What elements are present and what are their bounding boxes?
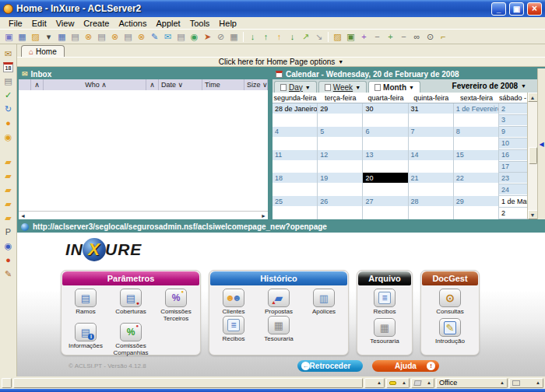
calendar-day-cell[interactable]: 7	[409, 127, 454, 150]
menu-item[interactable]: Tools	[185, 19, 215, 28]
calendar-weekend-cell[interactable]: 16	[499, 150, 527, 162]
print-icon[interactable]: ▤	[121, 30, 135, 43]
close-button[interactable]: ×	[527, 2, 542, 16]
calendar-weekend-cell[interactable]: 23	[499, 173, 527, 184]
url-bar[interactable]: http://aclserver3/seglocal/segurosadmin.…	[17, 221, 545, 233]
inbox-horizontal-scrollbar[interactable]: ◄ ►	[19, 211, 268, 219]
calendar-day-cell[interactable]: 19	[318, 173, 363, 196]
calendar-day-cell[interactable]: 5	[318, 127, 363, 150]
calendar-day-cell[interactable]: 29	[454, 196, 499, 219]
print-icon[interactable]: ▤	[69, 30, 82, 43]
calendar-day-cell[interactable]: 8	[454, 127, 499, 150]
scroll-up-icon[interactable]: ▲	[528, 93, 538, 102]
edit-icon[interactable]: ✎	[148, 30, 161, 43]
calendar-day-cell[interactable]: 11	[272, 150, 318, 173]
todo-icon[interactable]: ✓	[2, 89, 15, 100]
print-icon[interactable]: ▤	[174, 30, 188, 43]
scrollbar-track[interactable]	[528, 102, 538, 210]
calendar-vertical-scrollbar[interactable]: ▲ ▼	[527, 93, 537, 219]
link-icon[interactable]: ↗	[299, 30, 312, 43]
status-segment[interactable]	[2, 378, 12, 388]
scroll-down-icon[interactable]: ▼	[528, 210, 538, 219]
calendar-weekend-cell[interactable]: 17	[499, 162, 527, 173]
calendar-day-cell[interactable]: 25	[272, 196, 318, 219]
calendar-day-cell[interactable]: 13	[363, 150, 408, 173]
folder-bookmarks-icon[interactable]: ▰	[2, 156, 15, 167]
folder-web-icon[interactable]: ▰	[2, 198, 15, 209]
window-tab-marker-icon[interactable]: ◀	[539, 141, 543, 148]
reply-icon[interactable]: ✉	[161, 30, 174, 43]
scroll-right-icon[interactable]: ►	[261, 213, 266, 219]
calendar-weekend-cell[interactable]: 24	[499, 184, 527, 196]
calendar-weekend-cell[interactable]: 9	[499, 127, 527, 138]
homepage-button[interactable]: Tesouraria	[359, 318, 410, 345]
restore-button[interactable]: ▣	[509, 2, 524, 16]
open-caret-icon[interactable]: ▾	[42, 30, 55, 43]
calendar-weekend-cell[interactable]: 3	[499, 115, 527, 127]
homepage-button[interactable]: Recibos	[211, 316, 256, 342]
expand-all-icon[interactable]: +	[384, 30, 397, 43]
homepage-button[interactable]: Apólices	[301, 289, 346, 315]
calendar-day-cell[interactable]: 29	[318, 103, 363, 127]
homepage-button[interactable]: Recibos	[359, 289, 410, 315]
browser-icon[interactable]: ●	[2, 117, 15, 128]
calendar-weekend-cell[interactable]: 1 de Março	[499, 196, 527, 208]
column-time[interactable]: Time	[202, 79, 244, 90]
homepage-button[interactable]: Coberturas	[108, 289, 153, 322]
cancel-icon[interactable]: ⊗	[108, 30, 121, 43]
search-icon[interactable]: ⊙	[424, 30, 437, 43]
folder-icon[interactable]: ▨	[331, 30, 344, 43]
move-up-icon[interactable]: ↑	[272, 30, 286, 43]
month-selector[interactable]: Fevereiro de 2008 ▼	[452, 82, 526, 93]
properties-icon[interactable]: ▣	[2, 30, 16, 43]
calendar-icon[interactable]: 18	[3, 62, 13, 72]
mail-icon[interactable]: ✉	[2, 48, 15, 59]
column-sort[interactable]: ∧	[31, 79, 44, 90]
status-segment[interactable]: ▲	[509, 378, 543, 388]
toolbox-icon[interactable]: ✎	[2, 268, 15, 279]
menu-item[interactable]: View	[51, 19, 79, 28]
homepage-button[interactable]: Comissões Terceiros	[153, 289, 199, 322]
contacts-icon[interactable]: ▤	[2, 75, 15, 86]
calendar-day-cell[interactable]: 1 de Fevereiro	[454, 103, 499, 127]
calendar-grid-icon[interactable]: ▦	[227, 30, 241, 43]
column-size[interactable]: Size ∨	[244, 79, 268, 90]
column-sort[interactable]: ∧	[146, 79, 159, 90]
move-down-icon[interactable]: ↓	[286, 30, 299, 43]
homepage-button[interactable]: Clientes	[211, 289, 256, 315]
homepage-button[interactable]: Propostas	[256, 289, 301, 315]
save-icon[interactable]: ▦	[55, 30, 69, 43]
folder-databases-icon[interactable]: ▰	[2, 170, 15, 181]
tab-month-view[interactable]: Month ▼	[368, 81, 420, 93]
collapse-all-icon[interactable]: −	[397, 30, 410, 43]
send-icon[interactable]: ➤	[201, 30, 214, 43]
collapse-icon[interactable]: −	[371, 30, 384, 43]
scrollbar-thumb[interactable]	[529, 147, 537, 164]
expand-icon[interactable]: +	[357, 30, 371, 43]
calendar-day-cell[interactable]: 26	[318, 196, 363, 219]
p-shortcut-icon[interactable]: P	[2, 226, 15, 237]
column-blank[interactable]	[19, 79, 31, 90]
menu-item[interactable]: Edit	[27, 19, 51, 28]
save-icon[interactable]: ▦	[16, 30, 29, 43]
menu-item[interactable]: Create	[79, 19, 114, 28]
unlink-icon[interactable]: ↘	[312, 30, 325, 43]
calendar-day-cell[interactable]: 28	[409, 196, 454, 219]
calendar-day-cell[interactable]: 4	[272, 127, 318, 150]
tab-home[interactable]: ⌂ Home	[21, 45, 65, 57]
calendar-day-cell[interactable]: 14	[409, 150, 454, 173]
menu-item[interactable]: Applet	[151, 19, 185, 28]
tab-week-view[interactable]: Week ▼	[318, 81, 367, 93]
status-segment[interactable]: ▲	[386, 378, 410, 388]
cancel-icon[interactable]: ⊗	[135, 30, 148, 43]
calendar-day-cell[interactable]: 20	[363, 173, 408, 196]
status-segment[interactable]: ▲	[364, 378, 385, 388]
apps-icon[interactable]: ●	[2, 254, 15, 265]
calendar-day-cell[interactable]: 12	[318, 150, 363, 173]
calendar-header[interactable]: Calendar - Wednesday, 20 de February de …	[272, 68, 537, 79]
calendar-day-cell[interactable]: 30	[363, 103, 408, 127]
menu-item[interactable]: Help	[214, 19, 241, 28]
calendar-day-cell[interactable]: 22	[454, 173, 499, 196]
menu-item[interactable]: Actions	[114, 19, 151, 28]
status-message-area[interactable]	[13, 378, 363, 388]
